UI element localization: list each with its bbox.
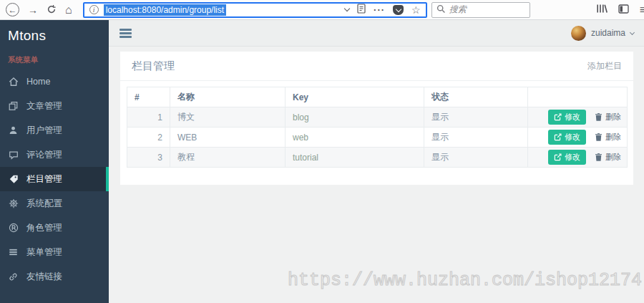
sidebar-item-label: 友情链接 <box>26 271 62 283</box>
groups-table: # 名称 Key 状态 1 博文 blog <box>127 87 628 168</box>
group-management-card: 栏目管理 添加栏目 # 名称 Key <box>120 52 633 185</box>
browser-menu-icon[interactable]: ≡ <box>640 4 644 16</box>
browser-toolbar: ← → ⌂ i localhost:8080/admin/group/list … <box>0 0 644 20</box>
edit-icon <box>554 133 562 141</box>
browser-search-input[interactable]: 搜索 <box>431 2 530 18</box>
comments-icon <box>7 150 19 160</box>
edit-icon <box>554 113 562 121</box>
sidebar-item-home[interactable]: Home <box>0 69 109 94</box>
avatar <box>571 26 586 41</box>
table-row: 3 教程 tutorial 显示 <box>127 148 628 168</box>
edit-button[interactable]: 修改 <box>548 110 586 125</box>
sidebar-item-menus[interactable]: 菜单管理 <box>0 240 109 264</box>
sidebar-item-label: 用户管理 <box>26 125 62 137</box>
urlbar-dropdown-icon[interactable] <box>344 6 350 11</box>
row-name: 教程 <box>170 148 286 168</box>
sidebar-item-users[interactable]: 用户管理 <box>0 118 109 143</box>
delete-button[interactable]: 删除 <box>595 152 621 163</box>
status-badge: 显示 <box>424 107 528 128</box>
delete-button[interactable]: 删除 <box>595 112 621 122</box>
reader-mode-icon[interactable] <box>357 4 366 16</box>
col-header-status: 状态 <box>424 87 528 107</box>
search-placeholder: 搜索 <box>449 4 467 16</box>
browser-home-button[interactable]: ⌂ <box>65 4 72 16</box>
status-badge: 显示 <box>424 128 528 148</box>
search-icon <box>436 4 446 16</box>
status-badge: 显示 <box>424 148 528 168</box>
site-info-icon[interactable]: i <box>89 5 99 14</box>
menu-icon <box>7 248 19 256</box>
trash-icon <box>595 153 602 161</box>
table-row: 2 WEB web 显示 <box>127 128 628 148</box>
page-actions-icon[interactable]: ··· <box>374 4 385 15</box>
url-text[interactable]: localhost:8080/admin/group/list <box>104 4 226 16</box>
role-icon <box>7 223 19 233</box>
col-header-actions <box>528 87 628 107</box>
address-bar[interactable]: i localhost:8080/admin/group/list ··· ☆ <box>83 2 427 18</box>
browser-reload-button[interactable] <box>47 4 57 16</box>
sidebar-item-label: 菜单管理 <box>26 246 62 259</box>
articles-icon <box>7 101 19 111</box>
trash-icon <box>595 112 602 121</box>
sidebar: Mtons 系统菜单 Home 文章管理 用户管理 <box>0 20 109 303</box>
row-name: 博文 <box>170 107 286 128</box>
sidebar-item-settings[interactable]: 系统配置 <box>0 191 109 216</box>
sidebar-item-label: Home <box>26 77 50 87</box>
row-key: web <box>286 128 424 148</box>
tag-icon <box>7 174 19 184</box>
row-id: 1 <box>127 107 170 128</box>
col-header-name: 名称 <box>170 87 286 107</box>
add-group-link[interactable]: 添加栏目 <box>587 60 622 72</box>
library-icon[interactable] <box>596 4 608 16</box>
sidebar-section-label: 系统菜单 <box>0 45 109 69</box>
trash-icon <box>595 133 602 141</box>
topbar: zuidaima <box>109 20 644 47</box>
sidebar-item-roles[interactable]: 角色管理 <box>0 216 109 240</box>
browser-forward-button[interactable]: → <box>28 5 38 15</box>
bookmark-star-icon[interactable]: ☆ <box>411 4 421 16</box>
sidebar-item-comments[interactable]: 评论管理 <box>0 143 109 167</box>
row-id: 3 <box>127 148 170 168</box>
edit-button[interactable]: 修改 <box>548 130 586 145</box>
row-id: 2 <box>127 128 170 148</box>
col-header-key: Key <box>286 87 424 107</box>
col-header-id: # <box>127 87 170 107</box>
table-row: 1 博文 blog 显示 <box>127 107 628 128</box>
sidebar-item-groups[interactable]: 栏目管理 <box>0 167 109 191</box>
sidebar-toggle-icon[interactable] <box>618 4 629 16</box>
sidebar-item-label: 角色管理 <box>26 222 62 234</box>
user-menu[interactable]: zuidaima <box>571 26 634 41</box>
home-icon <box>7 77 19 87</box>
table-header-row: # 名称 Key 状态 <box>127 87 628 107</box>
row-key: tutorial <box>286 148 424 168</box>
sidebar-item-links[interactable]: 友情链接 <box>0 264 109 289</box>
sidebar-item-label: 栏目管理 <box>26 173 62 186</box>
username: zuidaima <box>591 28 625 38</box>
edit-button[interactable]: 修改 <box>548 150 586 165</box>
sidebar-collapse-icon[interactable] <box>119 29 132 38</box>
sidebar-item-label: 文章管理 <box>26 100 62 112</box>
sidebar-item-label: 系统配置 <box>26 198 62 210</box>
edit-icon <box>554 153 562 161</box>
row-name: WEB <box>170 128 286 148</box>
browser-back-button[interactable]: ← <box>6 3 19 16</box>
page-title: 栏目管理 <box>132 59 175 73</box>
delete-button[interactable]: 删除 <box>595 132 621 143</box>
row-key: blog <box>286 107 424 128</box>
chevron-down-icon <box>630 29 635 34</box>
sidebar-item-label: 评论管理 <box>26 149 62 161</box>
brand-logo: Mtons <box>0 20 109 45</box>
gear-icon <box>7 198 19 208</box>
pocket-icon[interactable] <box>393 5 404 15</box>
link-icon <box>7 272 19 282</box>
user-icon <box>7 125 19 135</box>
sidebar-item-articles[interactable]: 文章管理 <box>0 94 109 118</box>
